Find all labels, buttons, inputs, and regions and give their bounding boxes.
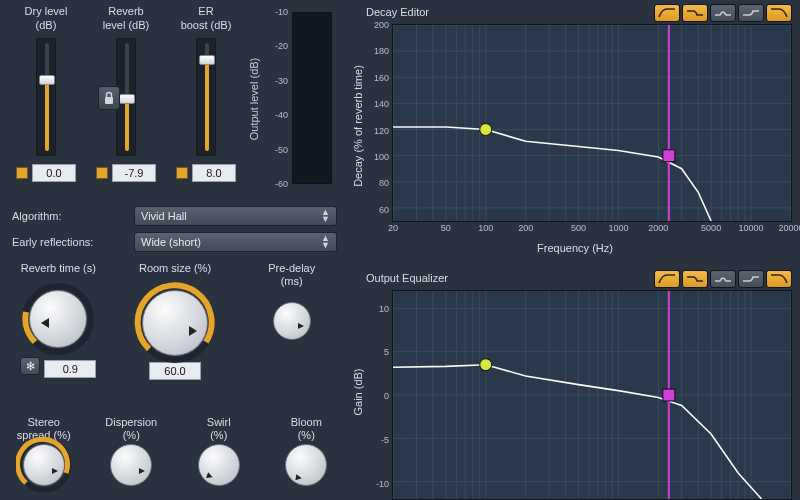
eq-plot[interactable]: 1050-5-10 [392, 290, 792, 500]
algorithm-row: Algorithm: Vivid Hall ▲▼ [12, 206, 337, 226]
eq-band-highcut[interactable] [766, 270, 792, 288]
decay-band-lowshelf[interactable] [682, 4, 708, 22]
lock-icon [103, 91, 115, 105]
dry-level-slider[interactable] [36, 38, 56, 156]
output-eq-title: Output Equalizer [366, 272, 448, 284]
dispersion-label: Dispersion(%) [105, 416, 157, 444]
svg-marker-5 [298, 323, 304, 329]
reverb-time-freeze-button[interactable]: ✻ [20, 357, 40, 375]
chevron-updown-icon: ▲▼ [321, 209, 330, 223]
output-meter-bars [292, 12, 332, 184]
chevron-updown-icon: ▲▼ [321, 235, 330, 249]
reverb-level-value[interactable]: -7.9 [112, 164, 156, 182]
svg-point-47 [480, 124, 492, 136]
eq-band-highshelf[interactable] [738, 270, 764, 288]
decay-xlabel: Frequency (Hz) [537, 242, 613, 254]
output-meter-label: Output level (dB) [248, 58, 260, 141]
reverb-level-label: Reverblevel (dB) [103, 4, 149, 32]
er-boost-label: ERboost (dB) [181, 4, 232, 32]
svg-rect-85 [663, 389, 675, 401]
svg-rect-49 [663, 150, 675, 162]
reverb-time-knob[interactable] [29, 290, 87, 348]
decay-band-buttons [654, 4, 792, 22]
output-meter: Output level (dB) -10-20-30-40-50-60 [252, 6, 338, 192]
early-reflections-value: Wide (short) [141, 236, 201, 248]
svg-rect-0 [105, 97, 113, 104]
eq-band-buttons [654, 270, 792, 288]
er-enable-toggle[interactable] [176, 167, 188, 179]
bloom-knob[interactable] [285, 444, 327, 486]
dry-level-value[interactable]: 0.0 [32, 164, 76, 182]
link-lock-button[interactable] [98, 86, 120, 110]
decay-ylabel: Decay (% of reverb time) [352, 65, 364, 187]
bloom-label: Bloom(%) [291, 416, 322, 444]
svg-point-83 [480, 359, 492, 371]
eq-band-lowshelf[interactable] [682, 270, 708, 288]
er-boost-slider[interactable] [196, 38, 216, 156]
decay-band-lowcut[interactable] [654, 4, 680, 22]
algorithm-value: Vivid Hall [141, 210, 187, 222]
dry-level-label: Dry level(dB) [25, 4, 68, 32]
eq-ylabel: Gain (dB) [352, 368, 364, 415]
stereo-spread-knob[interactable] [23, 444, 65, 486]
svg-marker-2 [41, 318, 49, 328]
early-reflections-select[interactable]: Wide (short) ▲▼ [134, 232, 337, 252]
early-reflections-label: Early reflections: [12, 236, 134, 248]
eq-band-lowcut[interactable] [654, 270, 680, 288]
reverb-enable-toggle[interactable] [96, 167, 108, 179]
swirl-knob[interactable] [198, 444, 240, 486]
svg-marker-4 [189, 326, 197, 336]
algorithm-select[interactable]: Vivid Hall ▲▼ [134, 206, 337, 226]
er-boost-value[interactable]: 8.0 [192, 164, 236, 182]
svg-marker-9 [206, 472, 214, 480]
svg-marker-10 [296, 474, 303, 481]
decay-band-bell[interactable] [710, 4, 736, 22]
output-equalizer: Output Equalizer Gain (dB) 1050-5-10 [350, 272, 800, 500]
room-size-knob[interactable] [142, 290, 208, 356]
room-size-value[interactable]: 60.0 [149, 362, 201, 380]
eq-band-bell[interactable] [710, 270, 736, 288]
reverb-time-value[interactable]: 0.9 [44, 360, 96, 378]
swirl-label: Swirl(%) [207, 416, 231, 444]
svg-marker-7 [52, 468, 58, 474]
dry-enable-toggle[interactable] [16, 167, 28, 179]
pre-delay-label: Pre-delay(ms) [268, 262, 315, 290]
decay-editor: Decay Editor Decay (% of reverb time) 20… [350, 6, 800, 256]
dispersion-knob[interactable] [110, 444, 152, 486]
pre-delay-knob[interactable] [273, 302, 311, 340]
early-reflections-row: Early reflections: Wide (short) ▲▼ [12, 232, 337, 252]
level-sliders: Dry level(dB) 0.0 Reverblevel (dB) -7.9 [6, 4, 246, 194]
decay-editor-title: Decay Editor [366, 6, 429, 18]
decay-band-highcut[interactable] [766, 4, 792, 22]
decay-plot[interactable]: 2001801601401201008060 20501002005001000… [392, 24, 792, 222]
algorithm-label: Algorithm: [12, 210, 134, 222]
svg-marker-8 [139, 468, 145, 474]
decay-band-highshelf[interactable] [738, 4, 764, 22]
